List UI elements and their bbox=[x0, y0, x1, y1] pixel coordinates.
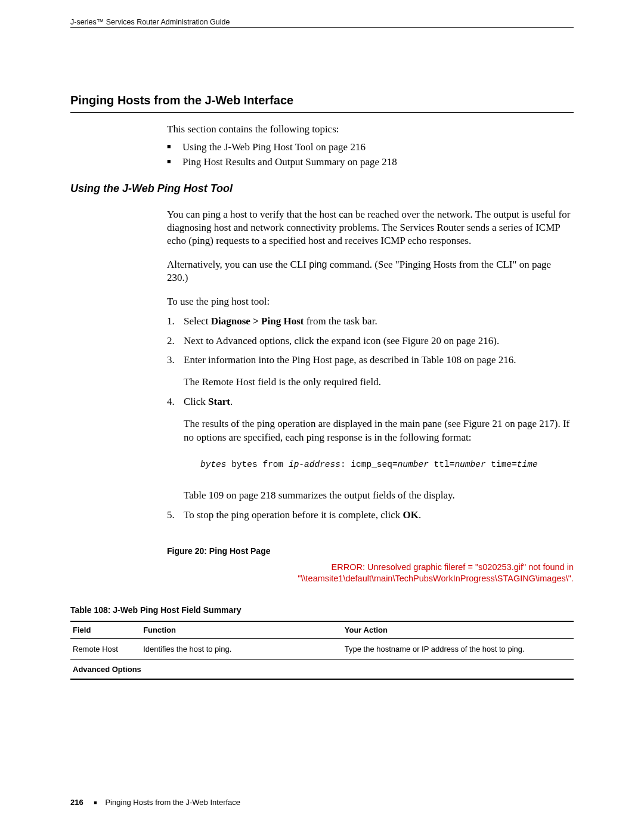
table-row: Remote Host Identifies the host to ping.… bbox=[70, 638, 574, 659]
page-footer: 216 ■ Pinging Hosts from the J-Web Inter… bbox=[70, 798, 574, 807]
step-item: Select Diagnose > Ping Host from the tas… bbox=[167, 315, 574, 329]
topic-list: Using the J-Web Ping Host Tool on page 2… bbox=[167, 141, 574, 168]
text-run: . bbox=[230, 396, 233, 407]
cell-action: Type the hostname or IP address of the h… bbox=[342, 638, 574, 659]
step-item: Next to Advanced options, click the expa… bbox=[167, 335, 574, 348]
text-run: To stop the ping operation before it is … bbox=[184, 509, 403, 521]
cell-section-label: Advanced Options bbox=[70, 659, 574, 679]
table-header-row: Field Function Your Action bbox=[70, 621, 574, 639]
step-item: Enter information into the Ping Host pag… bbox=[167, 354, 574, 389]
text-run: from the task bar. bbox=[304, 315, 377, 327]
ui-button-name: OK bbox=[403, 509, 419, 521]
field-summary-table: Field Function Your Action Remote Host I… bbox=[70, 621, 574, 680]
cell-function: Identifies the host to ping. bbox=[141, 638, 342, 659]
code-var: bytes bbox=[200, 460, 227, 469]
code-text: bytes from bbox=[227, 460, 289, 469]
step-note: The results of the ping operation are di… bbox=[184, 417, 574, 445]
section-intro: This section contains the following topi… bbox=[167, 123, 574, 135]
code-text: : icmp_seq= bbox=[340, 460, 398, 469]
step-note: The Remote Host field is the only requir… bbox=[184, 376, 574, 389]
subsection-heading: Using the J-Web Ping Host Tool bbox=[70, 182, 574, 195]
text-run: Alternatively, you can use the CLI bbox=[167, 259, 309, 270]
procedure-steps: Select Diagnose > Ping Host from the tas… bbox=[167, 315, 574, 522]
code-text: time= bbox=[486, 460, 517, 469]
graphic-error-message: ERROR: Unresolved graphic fileref = "s02… bbox=[167, 562, 574, 585]
code-var: ip-address bbox=[289, 460, 340, 469]
body-paragraph: You can ping a host to verify that the h… bbox=[167, 208, 574, 247]
page-number: 216 bbox=[70, 798, 83, 807]
body-paragraph: To use the ping host tool: bbox=[167, 295, 574, 308]
ui-path: Diagnose > Ping Host bbox=[211, 315, 304, 327]
header-divider bbox=[70, 27, 574, 28]
code-var: number bbox=[454, 460, 485, 469]
column-header-action: Your Action bbox=[342, 621, 574, 639]
error-line: "\\teamsite1\default\main\TechPubsWorkIn… bbox=[298, 574, 574, 583]
table-section-row: Advanced Options bbox=[70, 659, 574, 679]
column-header-field: Field bbox=[70, 621, 141, 639]
topic-item: Ping Host Results and Output Summary on … bbox=[167, 156, 574, 168]
table-caption: Table 108: J-Web Ping Host Field Summary bbox=[70, 605, 574, 615]
text-run: Enter information into the Ping Host pag… bbox=[184, 354, 516, 366]
section-divider bbox=[70, 112, 574, 113]
footer-title: Pinging Hosts from the J-Web Interface bbox=[105, 798, 240, 807]
topic-item: Using the J-Web Ping Host Tool on page 2… bbox=[167, 141, 574, 153]
figure-caption: Figure 20: Ping Host Page bbox=[167, 546, 574, 556]
step-item: To stop the ping operation before it is … bbox=[167, 509, 574, 522]
square-bullet-icon: ■ bbox=[94, 800, 97, 806]
step-note: Table 109 on page 218 summarizes the out… bbox=[184, 489, 574, 503]
column-header-function: Function bbox=[141, 621, 342, 639]
section-heading: Pinging Hosts from the J-Web Interface bbox=[70, 94, 574, 107]
text-run: . bbox=[419, 509, 421, 521]
ui-button-name: Start bbox=[208, 396, 230, 407]
text-run: Click bbox=[184, 396, 208, 407]
code-var: number bbox=[398, 460, 429, 469]
error-line: ERROR: Unresolved graphic fileref = "s02… bbox=[332, 562, 574, 572]
cell-field: Remote Host bbox=[70, 638, 141, 659]
inline-command: ping bbox=[309, 259, 327, 270]
code-text: ttl= bbox=[429, 460, 455, 469]
code-block: bytes bytes from ip-address: icmp_seq=nu… bbox=[200, 459, 574, 471]
code-var: time bbox=[517, 460, 538, 469]
text-run: Select bbox=[184, 315, 211, 327]
document-title-header: J-series™ Services Router Administration… bbox=[70, 18, 574, 26]
body-paragraph: Alternatively, you can use the CLI ping … bbox=[167, 258, 574, 284]
step-item: Click Start. The results of the ping ope… bbox=[167, 395, 574, 502]
